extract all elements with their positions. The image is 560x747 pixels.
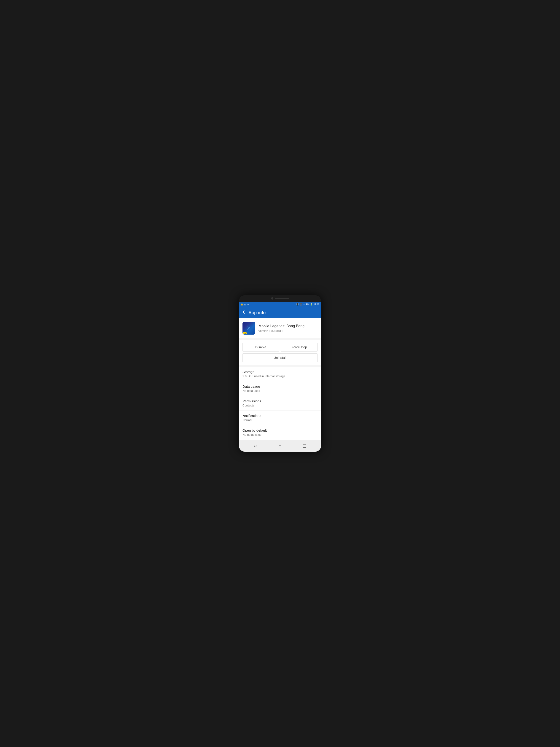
data-usage-section[interactable]: Data usage No data used (239, 381, 321, 396)
disable-button[interactable]: Disable (242, 343, 279, 352)
storage-section[interactable]: Storage 2.05 GB used in Internal storage (239, 367, 321, 381)
lock-icon: 🔒 (241, 303, 243, 306)
navigation-bar: ↩ ⌂ ❑ (239, 440, 321, 452)
phone-frame: 🔒 ▤ ⊙ 📳 🎧 ▲ 9% 🔋 11:48 App info (239, 295, 321, 452)
app-icon: ⚔ 5×5 (242, 322, 255, 335)
recents-nav-button[interactable]: ❑ (300, 441, 309, 450)
page-title: App info (248, 310, 266, 315)
storage-title: Storage (242, 370, 318, 374)
notifications-section[interactable]: Notifications Normal (239, 411, 321, 425)
storage-value: 2.05 GB used in Internal storage (242, 375, 318, 378)
status-bar: 🔒 ▤ ⊙ 📳 🎧 ▲ 9% 🔋 11:48 (239, 302, 321, 307)
force-stop-button[interactable]: Force stop (281, 343, 318, 352)
app-icon-background: ⚔ 5×5 (242, 322, 255, 335)
camera-icon: ⊙ (247, 303, 249, 306)
recents-nav-icon: ❑ (303, 443, 306, 448)
uninstall-button[interactable]: Uninstall (242, 353, 318, 362)
screen: 🔒 ▤ ⊙ 📳 🎧 ▲ 9% 🔋 11:48 App info (239, 302, 321, 452)
sim-icon: ▤ (244, 303, 246, 306)
open-by-default-title: Open by default (242, 429, 318, 432)
app-text-info: Mobile Legends: Bang Bang version 1.8.8.… (259, 324, 318, 333)
vibrate-icon: 📳 (296, 303, 299, 306)
home-nav-icon: ⌂ (279, 443, 282, 448)
status-bar-right: 📳 🎧 ▲ 9% 🔋 11:48 (296, 303, 319, 306)
back-button[interactable] (242, 310, 246, 315)
open-by-default-section[interactable]: Open by default No defaults set (239, 425, 321, 440)
top-buttons-row: Disable Force stop (242, 343, 318, 352)
signal-icon: ▲ (303, 303, 305, 306)
time-display: 11:48 (314, 303, 319, 306)
app-header-section: ⚔ 5×5 Mobile Legends: Bang Bang version … (239, 318, 321, 338)
status-bar-left: 🔒 ▤ ⊙ (241, 303, 249, 306)
notifications-title: Notifications (242, 414, 318, 418)
back-nav-button[interactable]: ↩ (251, 441, 260, 450)
data-usage-title: Data usage (242, 385, 318, 388)
content-area: ⚔ 5×5 Mobile Legends: Bang Bang version … (239, 318, 321, 440)
speaker (275, 298, 289, 299)
action-buttons-section: Disable Force stop Uninstall (239, 340, 321, 365)
home-nav-button[interactable]: ⌂ (275, 441, 285, 450)
action-bar: App info (239, 307, 321, 318)
data-usage-value: No data used (242, 389, 318, 392)
headphone-icon: 🎧 (300, 303, 302, 306)
app-name-label: Mobile Legends: Bang Bang (259, 324, 318, 329)
notifications-value: Normal (242, 418, 318, 422)
battery-percent: 9% (306, 303, 309, 306)
permissions-title: Permissions (242, 399, 318, 403)
phone-top-bezel (239, 295, 321, 302)
back-nav-icon: ↩ (254, 443, 257, 448)
open-by-default-value: No defaults set (242, 433, 318, 436)
permissions-section[interactable]: Permissions Contacts (239, 396, 321, 410)
battery-icon: 🔋 (310, 303, 313, 306)
app-icon-badge: 5×5 (243, 332, 247, 334)
permissions-value: Contacts (242, 404, 318, 407)
front-camera (271, 297, 273, 300)
app-icon-hero-graphic: ⚔ (247, 326, 251, 331)
app-version-label: version 1.8.8.8811 (259, 329, 318, 333)
